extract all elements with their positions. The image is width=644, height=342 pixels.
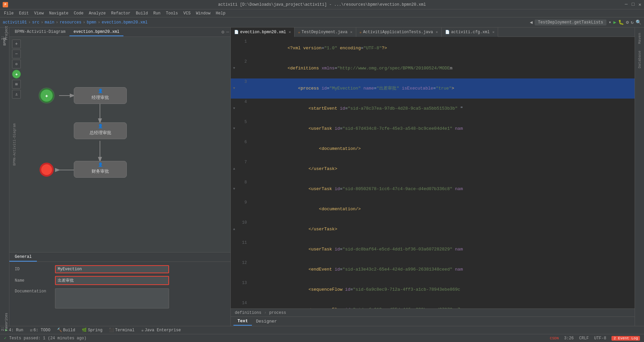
build-tool[interactable]: 🔨 Build [54, 328, 78, 333]
editor-tab-activititests[interactable]: ☕ ActivitiApplicationTests.java ✕ [356, 27, 442, 37]
status-right: CSDN 3:26 CRLF UTF-8 2 Event Log [550, 336, 640, 341]
sidebar-bpmn-icon[interactable]: BPMN [1, 38, 9, 46]
breadcrumb-src[interactable]: src [32, 20, 40, 25]
menu-view[interactable]: View [32, 10, 47, 16]
tab-close-activititests[interactable]: ✕ [436, 30, 438, 34]
line-content-11: <userTask id="sid-dc8baf64-e5cd-4dd1-bf3… [251, 239, 635, 260]
breadcrumb-bpmn[interactable]: bpmn [87, 20, 97, 25]
todo-tool[interactable]: ☑ 6: TODO [27, 328, 53, 333]
menu-code[interactable]: Code [71, 10, 86, 16]
debug-button[interactable]: 🐛 [618, 19, 624, 25]
sep4: › [83, 20, 86, 25]
sidebar-database-label[interactable]: Database [638, 48, 642, 71]
fold-gutter-12 [231, 260, 237, 280]
window-controls[interactable]: ─ □ ✕ [625, 2, 641, 7]
prop-id-value[interactable]: MyEvection [55, 265, 169, 273]
title-left: P [3, 2, 8, 7]
menu-edit[interactable]: Edit [16, 10, 32, 16]
tab-bpmn-diagram[interactable]: BPMN-Activiti-Diagram [11, 28, 69, 36]
breadcrumb-resources[interactable]: resources [60, 20, 82, 25]
panel-close-icon[interactable]: — [226, 29, 229, 35]
breadcrumb-file[interactable]: evection.bpmn20.xml [102, 20, 148, 25]
tab-close-testdeployment[interactable]: ✕ [350, 30, 353, 34]
fold-gutter-13 [231, 280, 237, 300]
fold-gutter-2[interactable]: ▼ [231, 58, 237, 78]
zoom-out-tool[interactable]: − [12, 50, 21, 58]
grid-tool[interactable]: ⊞ [12, 80, 21, 89]
props-general-tab[interactable]: General [9, 252, 37, 262]
coverage-button[interactable]: ⚙ [626, 19, 629, 25]
main-area: 1: Project BPMN 2: Favorites BPMN-Activi… [0, 27, 644, 326]
view-tab-designer[interactable]: Designer [252, 318, 281, 325]
breadcrumb-main[interactable]: main [45, 20, 54, 25]
editor-content[interactable]: 1 <?xml version="1.0" encoding="UTF-8"?>… [231, 37, 635, 308]
fit-tool[interactable]: ⊙ [12, 60, 21, 68]
editor-tabs: 📄 evection.bpmn20.xml ✕ ☕ TestDeployment… [231, 27, 635, 37]
close-button[interactable]: ✕ [639, 2, 641, 7]
editor-tab-evection[interactable]: 📄 evection.bpmn20.xml ✕ [231, 27, 294, 37]
line-content-6: <documentation/> [251, 139, 635, 159]
anchor-tool[interactable]: ⚓ [12, 90, 21, 99]
zoom-in-tool[interactable]: + [12, 40, 21, 48]
menu-file[interactable]: File [1, 10, 16, 16]
prop-docs-value[interactable] [55, 288, 169, 308]
menu-navigate[interactable]: Navigate [46, 10, 71, 16]
fold-gutter-6 [231, 139, 237, 159]
editor-tab-activiticfg[interactable]: 📄 activiti.cfg.xml ✕ [442, 27, 498, 37]
breadcrumb-activiti01[interactable]: activiti01 [3, 20, 27, 25]
menu-analyze[interactable]: Analyze [86, 10, 108, 16]
fold-gutter-8[interactable]: ▼ [231, 179, 237, 199]
view-tab-text[interactable]: Text [233, 317, 252, 326]
breadcrumb-definitions[interactable]: definitions [235, 310, 261, 315]
terminal-tool[interactable]: ⬛ Terminal [106, 328, 137, 333]
end-event-node[interactable] [40, 163, 54, 177]
fold-gutter-3[interactable]: ▼ [231, 78, 237, 99]
fold-gutter-7[interactable]: ▲ [231, 159, 237, 179]
editor-tab-testdeployment[interactable]: ☕ TestDeployment.java ✕ [294, 27, 356, 37]
user-icon-2: 👤 [98, 124, 103, 129]
back-icon[interactable]: ◀ [530, 19, 532, 25]
select-tool[interactable]: ✚ [12, 70, 21, 78]
menu-tools[interactable]: Tools [163, 10, 181, 16]
java-enterprise-tool[interactable]: ☕ Java Enterprise [139, 328, 183, 333]
settings-icon[interactable]: ⚙ [221, 29, 224, 35]
spring-tool[interactable]: 🌿 Spring [79, 328, 105, 333]
line-content-7: </userTask> [251, 159, 635, 179]
dropdown-icon[interactable]: ▾ [608, 19, 611, 25]
menu-refactor[interactable]: Refactor [108, 10, 133, 16]
sidebar-favorites-icon[interactable]: 2: Favorites [1, 318, 9, 326]
fold-gutter-10[interactable]: ▲ [231, 219, 237, 239]
start-event-node[interactable]: ✚ [40, 89, 54, 103]
run-button[interactable]: ▶ [613, 19, 616, 25]
menu-help[interactable]: Help [213, 10, 228, 16]
status-text: Tests passed: 1 (24 minutes ago) [9, 336, 86, 341]
nav-bar: activiti01 › src › main › resources › bp… [0, 17, 644, 27]
line-num-2: 2 [237, 58, 251, 78]
tab-close-activiticfg[interactable]: ✕ [492, 30, 495, 34]
fold-gutter-5[interactable]: ▼ [231, 119, 237, 139]
menu-run[interactable]: Run [151, 10, 163, 16]
line-content-12: <endEvent id="sid-a13e43c2-65e4-424d-a99… [251, 260, 635, 280]
menu-window[interactable]: Window [193, 10, 213, 16]
menu-build[interactable]: Build [133, 10, 151, 16]
tab-close-evection[interactable]: ✕ [289, 30, 291, 34]
maximize-button[interactable]: □ [632, 2, 634, 7]
breadcrumb-process[interactable]: process [269, 310, 286, 315]
sidebar-maven-label[interactable]: Maven [638, 30, 642, 47]
run-config-selector[interactable]: TestDeployment.getTaskLists [535, 19, 606, 25]
fold-gutter-14 [231, 300, 237, 308]
task-node-manager-approval[interactable]: 👤 经理审批 [74, 87, 127, 104]
sidebar-project-icon[interactable]: 1: Project [1, 29, 9, 37]
spring-tool-label: Spring [88, 328, 102, 333]
prop-name-value[interactable]: 出差审批 [55, 276, 169, 285]
line-content-5: <userTask id="sid-67d434c8-7cfe-45e3-a54… [251, 119, 635, 139]
task-node-gm-approval[interactable]: 👤 总经理审批 [74, 122, 127, 139]
event-log-button[interactable]: 2 Event Log [611, 336, 640, 341]
menu-vcs[interactable]: VCS [181, 10, 194, 16]
task-node-finance-approval[interactable]: 👤 财务审批 [74, 161, 127, 178]
minimize-button[interactable]: ─ [625, 2, 628, 7]
code-line-11: 11 <userTask id="sid-dc8baf64-e5cd-4dd1-… [231, 239, 635, 260]
tab-evection-xml[interactable]: evection.bpmn20.xml [69, 28, 123, 36]
find-button[interactable]: 🔍 [636, 19, 641, 25]
reload-button[interactable]: ↻ [631, 19, 634, 25]
